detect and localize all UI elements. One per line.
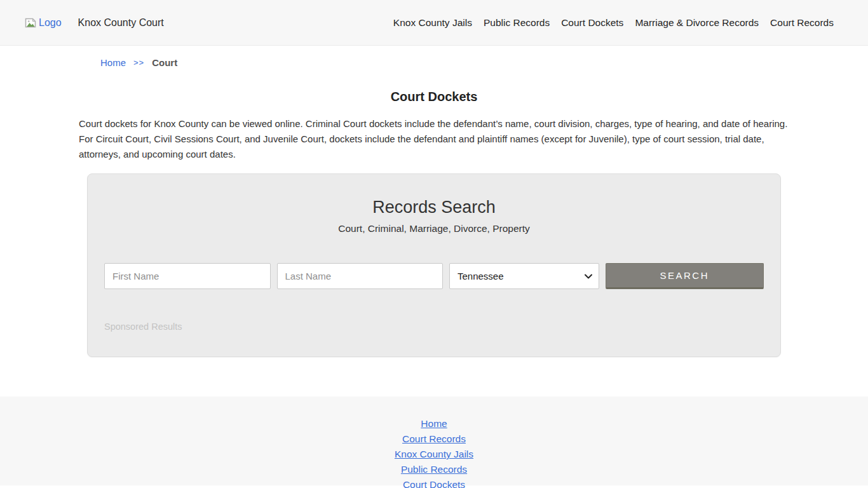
last-name-input[interactable] bbox=[277, 263, 444, 289]
page-title: Court Dockets bbox=[0, 90, 868, 104]
breadcrumb-separator: >> bbox=[133, 58, 144, 67]
logo-alt-text: Logo bbox=[39, 17, 62, 29]
breadcrumb: Home >> Court bbox=[100, 57, 868, 68]
site-title: Knox County Court bbox=[78, 17, 164, 29]
broken-image-icon bbox=[25, 17, 37, 29]
footer-link-court-records[interactable]: Court Records bbox=[0, 431, 868, 447]
main-nav: Knox County Jails Public Records Court D… bbox=[393, 17, 834, 29]
nav-item-knox-county-jails[interactable]: Knox County Jails bbox=[393, 17, 472, 29]
footer-link-home[interactable]: Home bbox=[0, 416, 868, 431]
footer-link-public-records[interactable]: Public Records bbox=[0, 462, 868, 477]
footer-link-knox-county-jails[interactable]: Knox County Jails bbox=[0, 447, 868, 462]
search-panel-title: Records Search bbox=[104, 198, 764, 217]
nav-item-marriage-divorce-records[interactable]: Marriage & Divorce Records bbox=[635, 17, 759, 29]
search-button[interactable]: SEARCH bbox=[606, 263, 764, 289]
first-name-input[interactable] bbox=[104, 263, 271, 289]
breadcrumb-current: Court bbox=[152, 57, 177, 68]
site-header: Logo Knox County Court Knox County Jails… bbox=[0, 0, 868, 46]
search-panel-subtitle: Court, Criminal, Marriage, Divorce, Prop… bbox=[104, 223, 764, 234]
breadcrumb-home-link[interactable]: Home bbox=[100, 57, 126, 68]
sponsored-results-label: Sponsored Results bbox=[104, 322, 764, 332]
records-search-panel: Records Search Court, Criminal, Marriage… bbox=[87, 173, 781, 357]
brand[interactable]: Logo Knox County Court bbox=[25, 17, 164, 29]
state-select[interactable]: Tennessee bbox=[449, 263, 599, 289]
state-select-wrap: Tennessee bbox=[449, 263, 599, 289]
footer-link-court-dockets[interactable]: Court Dockets bbox=[0, 477, 868, 488]
nav-item-court-dockets[interactable]: Court Dockets bbox=[561, 17, 623, 29]
page-description: Court dockets for Knox County can be vie… bbox=[79, 116, 789, 162]
nav-item-public-records[interactable]: Public Records bbox=[484, 17, 550, 29]
site-footer: Home Court Records Knox County Jails Pub… bbox=[0, 396, 868, 485]
nav-item-court-records[interactable]: Court Records bbox=[770, 17, 834, 29]
search-form: Tennessee SEARCH bbox=[104, 263, 764, 289]
